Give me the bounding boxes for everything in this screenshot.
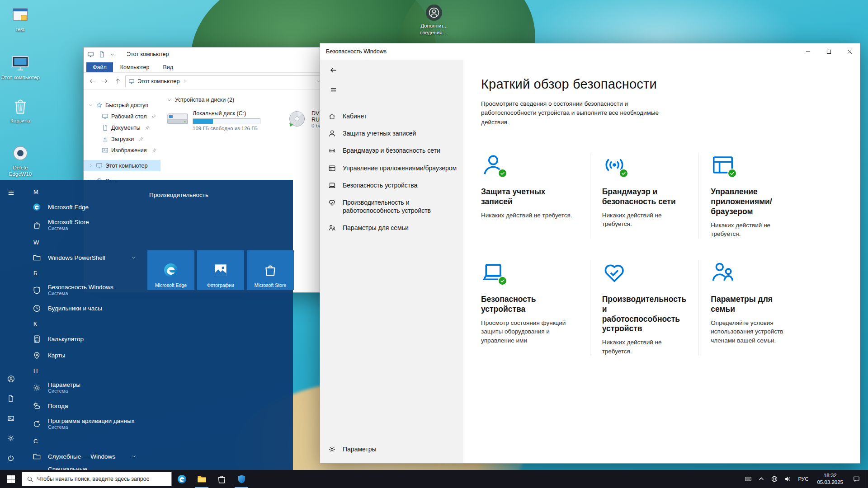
chevron-right-icon[interactable] (182, 79, 187, 84)
card-device-security[interactable]: Безопасность устройства Просмотр состоян… (481, 260, 590, 356)
up-icon[interactable] (113, 76, 123, 86)
store-icon (263, 263, 278, 277)
start-app-alarms[interactable]: Будильники и часы (22, 300, 145, 316)
start-folder-accessibility[interactable]: Специальные возможности Win (22, 465, 145, 470)
start-settings-button[interactable] (0, 428, 22, 448)
language-indicator[interactable]: РУС (794, 470, 812, 488)
network-icon[interactable] (768, 470, 781, 488)
start-app-windows-security[interactable]: Безопасность WindowsСистема (22, 280, 145, 300)
address-box[interactable]: Этот компьютер (125, 75, 324, 87)
tab-computer[interactable]: Компьютер (114, 62, 156, 72)
nav-documents[interactable]: Документы (84, 122, 160, 133)
security-nav-device-security[interactable]: Безопасность устройства (320, 177, 463, 194)
start-app-microsoft-edge[interactable]: Microsoft Edge (22, 199, 145, 215)
start-power-button[interactable] (0, 448, 22, 468)
hidden-icons-chevron-icon[interactable] (755, 470, 768, 488)
chevron-down-icon[interactable] (110, 52, 115, 57)
nav-this-pc[interactable]: Этот компьютер (84, 160, 160, 171)
security-settings-link[interactable]: Параметры (320, 441, 463, 458)
system-tray: РУС 18:32 05.03.2025 (741, 470, 868, 488)
letter-header-p[interactable]: П (22, 363, 145, 378)
card-app-browser-control[interactable]: Управление приложениями/браузером Никаки… (698, 153, 807, 239)
security-nav-device-health[interactable]: Производительность и работоспособность у… (320, 194, 463, 219)
taskbar-search[interactable] (22, 472, 172, 486)
touch-keyboard-icon[interactable] (741, 470, 755, 488)
desktop-icon-user-info[interactable]: Дополнит... сведения ... (407, 5, 461, 36)
back-icon[interactable] (326, 63, 341, 77)
start-button[interactable] (0, 470, 22, 488)
date: 05.03.2025 (817, 479, 843, 486)
user-badge-label-line2: сведения ... (407, 29, 461, 36)
card-device-health[interactable]: Производительность и работоспособность у… (590, 260, 699, 356)
ok-check-icon (727, 169, 737, 178)
card-family-options[interactable]: Параметры для семьи Определяйте условия … (698, 260, 807, 356)
taskbar-explorer[interactable] (192, 470, 212, 488)
desktop-icon-recycle-bin[interactable]: Корзина (1, 97, 40, 124)
tile-microsoft-store[interactable]: Microsoft Store (247, 250, 294, 290)
start-app-settings[interactable]: ПараметрыСистема (22, 378, 145, 398)
taskbar-edge[interactable] (172, 470, 192, 488)
quick-access-toolbar[interactable] (87, 51, 115, 58)
pin-icon (138, 136, 144, 142)
start-user-button[interactable] (0, 369, 22, 389)
start-pictures-button[interactable] (0, 408, 22, 428)
close-button[interactable] (839, 43, 860, 60)
window-title: Этот компьютер (127, 51, 169, 57)
letter-header-b[interactable]: Б (22, 266, 145, 280)
start-expand-button[interactable] (0, 183, 22, 202)
dvd-disc-icon (286, 110, 307, 128)
chevron-down-icon[interactable] (167, 98, 172, 103)
desktop-icon-delete-edge[interactable]: Delete EdgeW10 (1, 144, 40, 178)
address-text[interactable]: Этот компьютер (137, 78, 179, 84)
properties-icon[interactable] (99, 51, 105, 58)
start-folder-powershell[interactable]: Windows PowerShell (22, 249, 145, 266)
security-nav-account-protection[interactable]: Защита учетных записей (320, 125, 463, 142)
nav-downloads[interactable]: Загрузки (84, 133, 160, 145)
security-nav-app-browser-control[interactable]: Управление приложениями/браузером (320, 160, 463, 177)
chevron-down-icon[interactable] (88, 103, 93, 108)
tile-microsoft-edge[interactable]: Microsoft Edge (147, 250, 194, 290)
forward-icon[interactable] (100, 76, 110, 86)
start-app-weather[interactable]: Погода (22, 398, 145, 414)
letter-header-k[interactable]: К (22, 316, 145, 331)
taskbar-store[interactable] (212, 470, 231, 488)
maximize-button[interactable] (818, 43, 839, 60)
security-nav-home[interactable]: Кабинет (320, 108, 463, 125)
weather-icon (33, 402, 41, 410)
nav-quick-access[interactable]: Быстрый доступ (84, 99, 160, 111)
clock[interactable]: 18:32 05.03.2025 (812, 472, 848, 486)
action-center-icon[interactable] (848, 470, 865, 488)
chevron-right-icon[interactable] (88, 163, 93, 168)
desktop-icon-this-pc[interactable]: Этот компьютер (1, 53, 40, 80)
start-app-backup[interactable]: Программа архивации данныхСистема (22, 414, 145, 434)
start-folder-windows-tools[interactable]: Служебные — Windows (22, 448, 145, 465)
tab-view[interactable]: Вид (156, 62, 179, 72)
letter-header-m[interactable]: М (22, 184, 145, 199)
taskbar-windows-security[interactable] (231, 470, 251, 488)
menu-icon[interactable] (326, 83, 341, 97)
tile-group-label[interactable]: Производительность (149, 192, 293, 198)
security-nav-family-options[interactable]: Параметры для семьи (320, 219, 463, 236)
tile-photos[interactable]: Фотографии (197, 250, 244, 290)
desktop-icon-test[interactable]: test (1, 5, 40, 33)
search-input[interactable] (37, 476, 167, 482)
show-desktop-button[interactable] (865, 470, 868, 488)
volume-icon[interactable] (781, 470, 794, 488)
minimize-button[interactable] (797, 43, 818, 60)
start-app-maps[interactable]: Карты (22, 347, 145, 363)
start-documents-button[interactable] (0, 389, 22, 408)
start-app-microsoft-store[interactable]: Microsoft StoreСистема (22, 215, 145, 235)
card-firewall[interactable]: Брандмауэр и безопасность сети Никаких д… (590, 153, 699, 239)
pin-icon (151, 114, 156, 119)
card-account-protection[interactable]: Защита учетных записей Никаких действий … (481, 153, 590, 239)
nav-desktop[interactable]: Рабочий стол (84, 111, 160, 122)
start-app-calculator[interactable]: Калькулятор (22, 331, 145, 347)
drive-c-item[interactable]: Локальный диск (C:) 109 ГБ свободно из 1… (167, 110, 260, 131)
tab-file[interactable]: Файл (86, 62, 113, 72)
security-nav-firewall[interactable]: Брандмауэр и безопасность сети (320, 142, 463, 159)
security-titlebar[interactable]: Безопасность Windows (320, 43, 860, 60)
back-icon[interactable] (87, 76, 97, 86)
letter-header-s[interactable]: С (22, 434, 145, 448)
nav-pictures[interactable]: Изображения (84, 145, 160, 156)
letter-header-w[interactable]: W (22, 235, 145, 249)
